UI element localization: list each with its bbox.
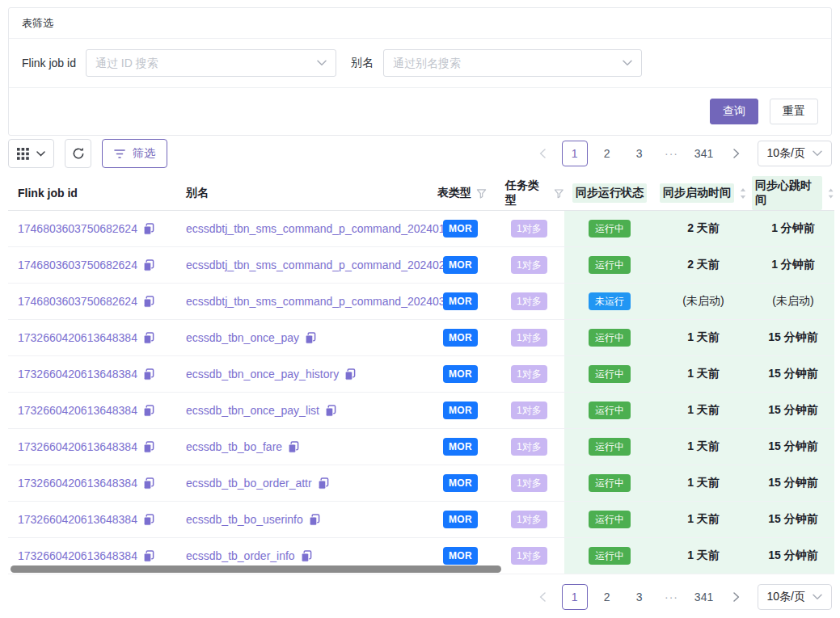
page-button-1[interactable]: 1: [562, 141, 588, 166]
job-id-link[interactable]: 1732660420613648384: [18, 404, 137, 417]
copy-job-id-button[interactable]: [143, 514, 154, 526]
copy-job-id-button[interactable]: [143, 441, 154, 453]
task-type-cell: 1对多: [505, 284, 564, 319]
alias-link[interactable]: ecssdb_tb_order_info: [186, 549, 295, 562]
job-id-link[interactable]: 1732660420613648384: [18, 477, 137, 490]
page-button-3[interactable]: 3: [627, 584, 652, 610]
column-label: 同步心跳时间: [752, 176, 822, 210]
page-button-341[interactable]: 341: [691, 141, 717, 166]
copy-job-id-button[interactable]: [143, 477, 154, 490]
copy-alias-button[interactable]: [309, 514, 320, 526]
alias-link[interactable]: ecssdb_tb_bo_fare: [186, 440, 282, 453]
sorter-icon[interactable]: [827, 187, 834, 200]
table-row: 1732660420613648384ecssdb_tbn_once_pay_h…: [8, 356, 834, 393]
copy-icon: [301, 550, 312, 562]
sync-start-time-cell: 1 天前: [655, 320, 752, 355]
prev-page-button[interactable]: [530, 584, 555, 610]
task-type-cell: 1对多: [505, 393, 564, 428]
job-id-link[interactable]: 1746803603750682624: [18, 295, 137, 308]
sync-status-cell: 运行中: [564, 502, 655, 537]
task-type-badge: 1对多: [511, 438, 547, 456]
column-header-3[interactable]: 表类型: [435, 176, 505, 210]
copy-job-id-button[interactable]: [143, 405, 154, 417]
sync-heartbeat-time: 15 分钟前: [768, 403, 817, 418]
copy-alias-button[interactable]: [301, 550, 312, 562]
column-header-6[interactable]: 同步启动时间: [655, 176, 752, 210]
page-button-2[interactable]: 2: [594, 584, 620, 610]
alias-link[interactable]: ecssdb_tbn_once_pay_list: [186, 404, 319, 417]
alias-input[interactable]: [393, 57, 623, 69]
job-id-link[interactable]: 1732660420613648384: [18, 368, 137, 380]
copy-alias-button[interactable]: [305, 332, 316, 344]
copy-icon: [143, 477, 154, 490]
job-id-link[interactable]: 1732660420613648384: [18, 513, 137, 526]
copy-job-id-button[interactable]: [143, 550, 154, 562]
page-button-3[interactable]: 3: [627, 141, 652, 166]
filter-card-body: Flink job id 别名: [9, 39, 831, 88]
funnel-filter-icon[interactable]: [554, 188, 564, 199]
task-type-badge: 1对多: [511, 474, 547, 492]
copy-alias-button[interactable]: [318, 477, 329, 490]
next-page-button[interactable]: [724, 141, 749, 166]
sync-start-time-cell: 1 天前: [655, 465, 752, 501]
table-body: 1746803603750682624ecssdbtj_tbn_sms_comm…: [8, 211, 834, 574]
alias-link[interactable]: ecssdbtj_tbn_sms_command_p_command_20240…: [186, 295, 445, 308]
reset-button[interactable]: 重置: [770, 99, 818, 124]
task-type-badge: 1对多: [511, 401, 547, 419]
job-id-link[interactable]: 1732660420613648384: [18, 549, 137, 562]
copy-alias-button[interactable]: [325, 405, 336, 417]
prev-page-button[interactable]: [530, 141, 555, 166]
sorter-icon[interactable]: [739, 187, 747, 200]
page-button-2[interactable]: 2: [594, 141, 620, 166]
column-header-7[interactable]: 同步心跳时间: [752, 176, 834, 210]
sync-heartbeat-time: 1 分钟前: [771, 221, 815, 236]
alias-link[interactable]: ecssdb_tb_bo_order_attr: [186, 477, 312, 490]
alias-link[interactable]: ecssdb_tbn_once_pay_history: [186, 368, 339, 380]
flink-job-id-input[interactable]: [95, 57, 317, 69]
page-ellipsis[interactable]: ···: [659, 141, 685, 166]
alias-link[interactable]: ecssdbtj_tbn_sms_command_p_command_20240…: [186, 222, 445, 235]
copy-job-id-button[interactable]: [143, 332, 154, 344]
sync-start-time: 2 天前: [687, 221, 720, 236]
alias-select[interactable]: [383, 49, 642, 77]
page-size-select[interactable]: 10条/页: [758, 141, 832, 166]
copy-alias-button[interactable]: [344, 368, 356, 380]
page-button-341[interactable]: 341: [691, 584, 717, 610]
alias-link[interactable]: ecssdb_tbn_once_pay: [186, 331, 299, 344]
task-type-badge: 1对多: [511, 292, 547, 310]
table-row: 1746803603750682624ecssdbtj_tbn_sms_comm…: [8, 247, 834, 284]
copy-job-id-button[interactable]: [143, 223, 154, 235]
alias-cell: ecssdb_tbn_once_pay: [176, 320, 435, 355]
copy-icon: [143, 441, 154, 453]
table-type-badge: MOR: [443, 220, 478, 238]
query-button[interactable]: 查询: [710, 99, 758, 124]
job-id-cell: 1732660420613648384: [8, 502, 176, 537]
copy-alias-button[interactable]: [288, 441, 299, 453]
page-button-1[interactable]: 1: [562, 584, 588, 610]
sync-status-cell: 运行中: [564, 465, 655, 501]
refresh-button[interactable]: [65, 139, 91, 168]
column-settings-button[interactable]: [8, 139, 54, 168]
sync-heartbeat-time: 1 分钟前: [771, 258, 815, 272]
funnel-filter-icon[interactable]: [476, 188, 487, 199]
job-id-link[interactable]: 1732660420613648384: [18, 440, 137, 453]
job-id-link[interactable]: 1746803603750682624: [18, 222, 137, 235]
flink-job-id-select[interactable]: [86, 49, 336, 77]
page-size-select[interactable]: 10条/页: [758, 584, 832, 610]
alias-link[interactable]: ecssdb_tb_bo_userinfo: [186, 513, 303, 526]
chevron-down-icon: [813, 594, 822, 600]
page-ellipsis[interactable]: ···: [659, 584, 685, 610]
column-header-4[interactable]: 任务类型: [505, 176, 564, 210]
job-id-link[interactable]: 1746803603750682624: [18, 259, 137, 271]
sync-status-badge: 运行中: [589, 365, 631, 383]
copy-job-id-button[interactable]: [143, 296, 154, 308]
alias-link[interactable]: ecssdbtj_tbn_sms_command_p_command_20240…: [186, 259, 445, 271]
job-id-link[interactable]: 1732660420613648384: [18, 331, 137, 344]
next-page-button[interactable]: [724, 584, 749, 610]
filter-button[interactable]: 筛选: [102, 139, 167, 168]
horizontal-scrollbar-thumb[interactable]: [11, 565, 501, 573]
copy-job-id-button[interactable]: [143, 368, 154, 380]
filter-card-footer: 查询 重置: [9, 88, 831, 135]
task-type-cell: 1对多: [505, 502, 564, 537]
copy-job-id-button[interactable]: [143, 259, 154, 271]
